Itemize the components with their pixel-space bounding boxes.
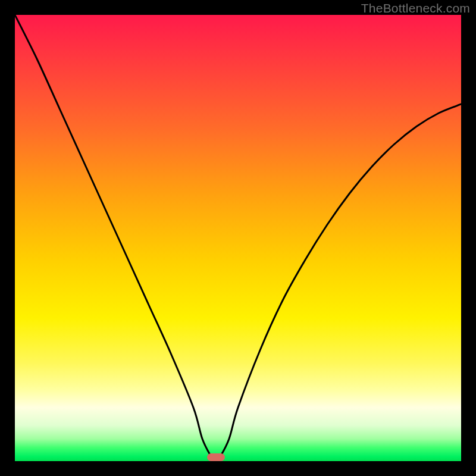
curve-path: [15, 15, 461, 461]
optimum-marker: [207, 453, 225, 461]
chart-plot-area: [15, 15, 461, 461]
watermark-text: TheBottleneck.com: [361, 1, 470, 15]
bottleneck-curve: [15, 15, 461, 461]
